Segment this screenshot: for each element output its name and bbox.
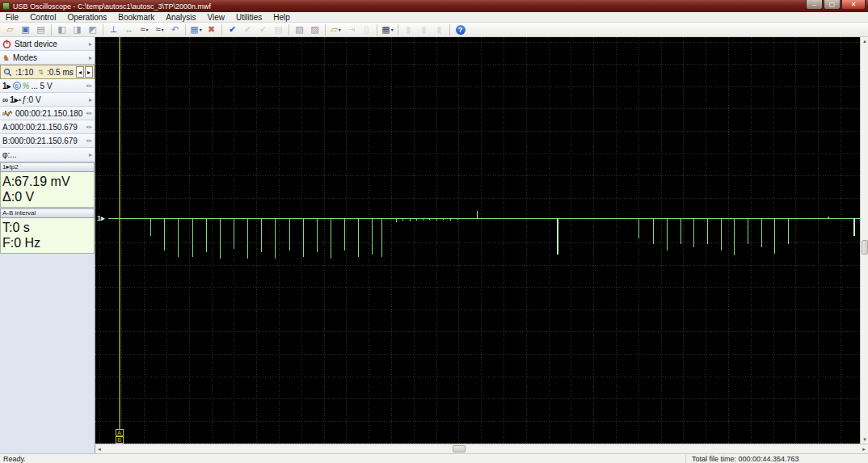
channel-settings-row[interactable]: 1▸ 6 % ... 5 V ◂▸ — [0, 79, 95, 93]
menu-bar: File Control Operations Bookmark Analysi… — [0, 12, 868, 23]
chevron-right-icon: ▸ — [89, 40, 92, 48]
apply-all-icon-glyph: ✔ — [244, 25, 251, 34]
interval-time-value: T:0 s — [2, 220, 92, 235]
step-arrows-icon[interactable]: ◂▸ — [86, 110, 93, 116]
menu-analysis[interactable]: Analysis — [160, 12, 201, 23]
start-device-label: Start device — [15, 40, 57, 48]
amplitude-value: A:67.19 mV — [2, 174, 92, 189]
view-pane-left-icon[interactable]: ◧ — [55, 23, 69, 36]
svg-text:A: A — [117, 430, 121, 436]
chevron-right-icon: ▸ — [89, 151, 92, 158]
apply-check-icon-glyph: ✔ — [229, 25, 236, 34]
toolbar-separator — [51, 24, 52, 36]
print-icon[interactable]: ▤ — [34, 23, 48, 36]
menu-operations[interactable]: Operations — [61, 12, 112, 23]
channel-1-label: 1▸ — [2, 82, 11, 90]
horizontal-fit-icon[interactable]: ↔ — [122, 23, 136, 36]
horizontal-scrollbar[interactable]: ◂ ▸ — [95, 444, 868, 453]
close-button[interactable]: ✕ — [841, 0, 866, 10]
dropdown-arrow-icon[interactable]: ▾ — [339, 27, 341, 32]
control-sidebar: Start device ▸ ♞ Modes ▸ :1:10 ⇅ :0.5 ms… — [0, 37, 95, 453]
menu-help[interactable]: Help — [268, 12, 296, 23]
menu-control[interactable]: Control — [24, 12, 61, 23]
verify-icon[interactable]: ✔ — [256, 23, 270, 36]
report-icon-glyph: ▤ — [274, 25, 282, 34]
save-icon-glyph: ▣ — [21, 25, 29, 34]
trigger-row[interactable]: ∞ 1▸ ▴ ƒ:0 V ▸ — [0, 93, 95, 107]
vertical-scale-alt-icon-glyph: ≈ — [155, 25, 160, 34]
close-display-icon[interactable]: ✖ — [204, 23, 218, 36]
toolbar-separator — [103, 24, 103, 36]
step-arrows-icon[interactable]: ◂▸ — [86, 137, 93, 144]
dropdown-arrow-icon[interactable]: ▾ — [146, 27, 149, 32]
step-arrows-icon[interactable]: ◂▸ — [86, 124, 93, 130]
step-forward-icon[interactable]: ⇥ — [344, 23, 358, 36]
timeline-icon[interactable]: ▦▾ — [381, 23, 394, 36]
title-bar: USB Oscilloscope - C:\temp\autosc1\autos… — [0, 0, 868, 12]
phase-row[interactable]: φ:... ▸ — [0, 148, 95, 162]
measure-tool-icon[interactable]: ⊥ — [107, 23, 120, 36]
report-icon[interactable]: ▤ — [272, 23, 285, 36]
time-position-row[interactable]: 000:00:21.150.180 ◂▸ — [0, 107, 95, 120]
save-icon[interactable]: ▣ — [19, 23, 32, 36]
vertical-scroll-thumb[interactable] — [862, 240, 868, 255]
copy-graph-icon[interactable]: ▨ — [308, 23, 322, 36]
stop-step-icon[interactable]: ▯ — [360, 23, 373, 36]
modes-row[interactable]: ♞ Modes ▸ — [0, 51, 95, 65]
vertical-scale-icon[interactable]: ≈▾ — [137, 23, 151, 36]
dropdown-arrow-icon[interactable]: ▾ — [162, 27, 164, 32]
menu-file[interactable]: File — [0, 12, 24, 23]
cursor-b-row[interactable]: B:000:00:21.150.679 ◂▸ — [0, 134, 95, 148]
horizontal-fit-icon-glyph: ↔ — [124, 25, 133, 34]
export-folder-icon[interactable]: ▱▾ — [329, 23, 343, 36]
apply-check-icon[interactable]: ✔ — [225, 23, 239, 36]
apply-all-icon[interactable]: ✔ — [241, 23, 255, 36]
toolbar-separator — [449, 24, 450, 36]
scroll-down-icon[interactable]: ▼ — [861, 436, 868, 444]
dropdown-arrow-icon[interactable]: ▾ — [200, 27, 202, 32]
vertical-scrollbar[interactable]: ▲ ▼ — [860, 37, 868, 444]
graph-select-icon[interactable]: ▧ — [293, 23, 306, 36]
help-icon[interactable]: ? — [453, 23, 467, 36]
block-c-icon[interactable]: ▮ — [432, 23, 446, 36]
close-display-icon-glyph: ✖ — [208, 25, 215, 34]
block-a-icon[interactable]: ▮ — [402, 23, 415, 36]
zoom-timebase-row[interactable]: :1:10 ⇅ :0.5 ms ◂ ▸ — [0, 65, 95, 79]
step-arrows-icon[interactable]: ◂▸ — [86, 82, 93, 89]
minimize-button[interactable]: – — [806, 0, 823, 10]
measure-panel-header-ab[interactable]: A-B interval — [0, 208, 95, 218]
menu-view[interactable]: View — [202, 12, 231, 23]
modes-label: Modes — [13, 53, 37, 62]
display-settings-icon[interactable]: ▦▾ — [189, 23, 203, 36]
scope-display[interactable]: AB1▸ — [95, 37, 860, 444]
zoom-ratio-value: :1:10 — [15, 68, 33, 77]
phase-value: φ:... — [2, 150, 17, 159]
prev-button[interactable]: ◂ — [76, 66, 84, 78]
chevron-right-icon: ▸ — [89, 96, 92, 103]
channel-1-marker: 1▸ — [97, 214, 105, 222]
block-b-icon[interactable]: ▮ — [417, 23, 431, 36]
vertical-scale-alt-icon[interactable]: ≈▾ — [153, 23, 166, 36]
maximize-button[interactable]: ▢ — [824, 0, 841, 10]
measure-tool-icon-glyph: ⊥ — [110, 25, 118, 34]
start-device-row[interactable]: Start device ▸ — [0, 37, 95, 51]
delta-value: Δ:0 V — [2, 189, 92, 204]
view-pane-corner-icon[interactable]: ◩ — [86, 23, 99, 36]
scroll-up-icon[interactable]: ▲ — [861, 37, 868, 45]
undo-icon[interactable]: ↶ — [168, 23, 182, 36]
channel-voltage-value: ... 5 V — [32, 82, 53, 90]
app-icon — [2, 2, 10, 10]
dropdown-arrow-icon[interactable]: ▾ — [391, 27, 394, 32]
menu-bookmark[interactable]: Bookmark — [112, 12, 160, 23]
next-button[interactable]: ▸ — [85, 66, 93, 78]
view-pane-right-icon[interactable]: ◨ — [70, 23, 84, 36]
cursor-a-row[interactable]: A:000:00:21.150.679 ◂▸ — [0, 120, 95, 134]
probe-6-icon: 6 — [13, 82, 21, 90]
menu-utilities[interactable]: Utilities — [230, 12, 268, 23]
modes-icon: ♞ — [2, 53, 10, 62]
help-glyph: ? — [456, 25, 466, 35]
measure-panel-header-tp2[interactable]: 1▸tp2 — [0, 162, 95, 172]
horizontal-scroll-thumb[interactable] — [453, 445, 466, 452]
open-file-icon[interactable]: ▱ — [3, 23, 17, 36]
measure-panel-ab: T:0 s F:0 Hz — [0, 218, 95, 254]
